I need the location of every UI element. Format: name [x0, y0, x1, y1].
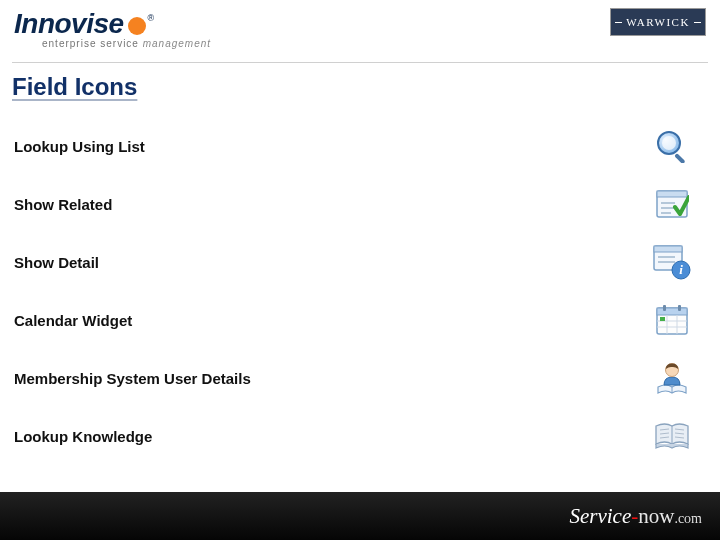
detail-info-icon: i: [652, 242, 692, 282]
svg-rect-2: [674, 153, 685, 163]
row-label: Membership System User Details: [14, 370, 251, 387]
related-check-icon: [652, 184, 692, 224]
row-label: Show Related: [14, 196, 112, 213]
sn-service: Service: [569, 504, 631, 528]
svg-rect-17: [678, 305, 681, 311]
logo-word: Innovise: [14, 8, 124, 40]
svg-point-1: [662, 136, 676, 150]
calendar-icon: [652, 300, 692, 340]
warwick-badge: WARWICK: [610, 8, 706, 36]
badge-line-icon: [615, 22, 622, 23]
row-label: Calendar Widget: [14, 312, 132, 329]
magnifier-icon: [652, 126, 692, 166]
svg-rect-16: [663, 305, 666, 311]
user-book-icon: [652, 358, 692, 398]
header-bar: Innovise ® enterprise service management…: [0, 0, 720, 62]
row-label: Show Detail: [14, 254, 99, 271]
list-item: Calendar Widget: [14, 291, 692, 349]
row-label: Lookup Knowledge: [14, 428, 152, 445]
innovise-logo: Innovise ® enterprise service management: [14, 8, 211, 49]
list-item: Show Related: [14, 175, 692, 233]
field-icon-list: Lookup Using List Show Related: [0, 107, 720, 465]
list-item: Membership System User Details: [14, 349, 692, 407]
servicenow-logo: Service-now.com: [569, 504, 702, 529]
sn-now: now: [638, 504, 674, 528]
tagline-suffix: management: [143, 38, 211, 49]
svg-rect-9: [654, 246, 682, 252]
badge-line-icon: [694, 22, 701, 23]
knowledge-book-icon: [652, 416, 692, 456]
page-title: Field Icons: [0, 63, 720, 107]
logo-tagline: enterprise service management: [42, 38, 211, 49]
warwick-text: WARWICK: [626, 16, 690, 28]
sn-com: .com: [674, 511, 702, 526]
row-label: Lookup Using List: [14, 138, 145, 155]
list-item: Show Detail i: [14, 233, 692, 291]
svg-rect-22: [660, 317, 665, 321]
svg-rect-15: [657, 308, 687, 315]
svg-rect-4: [657, 191, 687, 197]
registered-mark-icon: ®: [148, 13, 155, 23]
svg-text:i: i: [679, 262, 683, 277]
logo-main: Innovise ®: [14, 8, 211, 40]
list-item: Lookup Knowledge: [14, 407, 692, 465]
logo-orange-dot-icon: [128, 17, 146, 35]
footer-bar: Service-now.com: [0, 492, 720, 540]
tagline-prefix: enterprise service: [42, 38, 143, 49]
list-item: Lookup Using List: [14, 117, 692, 175]
